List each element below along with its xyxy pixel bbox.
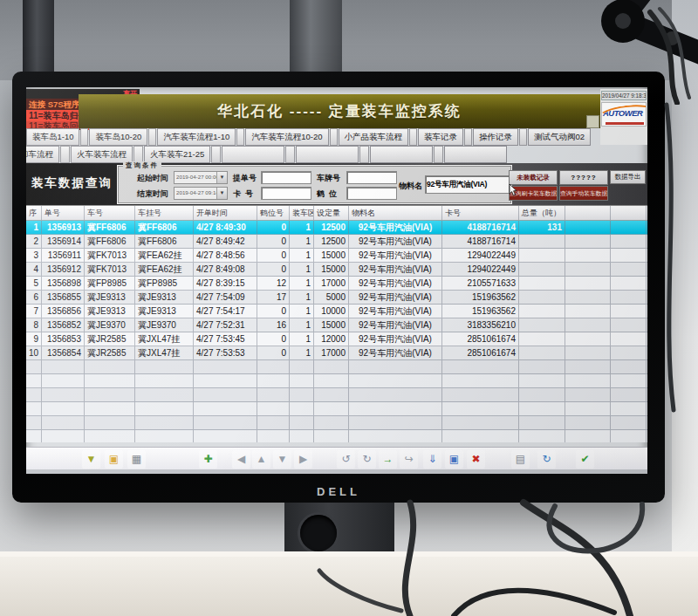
insert-row-icon[interactable]: → bbox=[379, 450, 397, 469]
print-preview-icon[interactable]: ▤ bbox=[511, 450, 530, 469]
table-empty-cell bbox=[42, 430, 85, 442]
column-header[interactable]: 序 bbox=[26, 206, 42, 220]
table-row[interactable]: 11356913冀FF6806冀FF68064/27 8:49:30011250… bbox=[26, 221, 647, 235]
post-edit-icon[interactable]: ↪ bbox=[400, 450, 418, 469]
plate-no-input[interactable] bbox=[346, 171, 397, 184]
tab-spacer-button[interactable] bbox=[211, 146, 221, 163]
tab-spacer-button[interactable] bbox=[330, 128, 338, 146]
table-row[interactable]: 31356911冀FK7013冀FEA62挂4/27 8:48:56011500… bbox=[26, 249, 647, 263]
table-row[interactable]: 61356855冀JE9313冀JE93134/27 7:54:09171500… bbox=[26, 291, 647, 305]
save-icon[interactable]: ⇓ bbox=[423, 450, 441, 469]
add-record-icon[interactable]: ✚ bbox=[199, 450, 217, 469]
table-cell: 冀JXL47挂 bbox=[135, 332, 194, 346]
table-row[interactable]: 41356912冀FK7013冀FEA62挂4/27 8:49:08011500… bbox=[26, 263, 647, 277]
tab-button[interactable]: 汽车装车流程10-20 bbox=[245, 128, 328, 146]
table-row[interactable]: 91356853冀JR2585冀JXL47挂4/27 7:53:45011200… bbox=[26, 332, 647, 346]
table-empty-cell bbox=[349, 388, 442, 401]
tab-spacer-button[interactable] bbox=[133, 146, 143, 163]
query-manual-data-button[interactable]: 查询手动装车数据 bbox=[559, 186, 608, 201]
table-cell bbox=[565, 263, 611, 276]
table-empty-cell bbox=[349, 430, 442, 442]
table-cell: 1356913 bbox=[42, 221, 85, 234]
card-no-input[interactable] bbox=[261, 187, 311, 200]
tab-button-blank[interactable] bbox=[222, 146, 284, 163]
titlebar-widget[interactable] bbox=[586, 115, 599, 128]
column-header[interactable]: 总量（吨） bbox=[519, 206, 565, 220]
chart-icon[interactable]: ▦ bbox=[127, 450, 146, 469]
tab-spacer-button[interactable] bbox=[236, 128, 244, 146]
unknown-button[interactable]: ????? bbox=[559, 170, 608, 185]
unloaded-records-button[interactable]: 未装载记录 bbox=[509, 170, 558, 185]
column-header[interactable]: 卡号 bbox=[442, 206, 519, 220]
table-row[interactable]: 81356852冀JE9370冀JE93704/27 7:52:31161150… bbox=[26, 318, 647, 332]
tab-spacer-button[interactable] bbox=[80, 128, 88, 146]
tab-spacer-button[interactable] bbox=[359, 146, 369, 163]
first-record-icon[interactable]: ◀ bbox=[232, 450, 250, 469]
tab-button[interactable]: 甲醇乙醇卸车流程 bbox=[26, 146, 59, 163]
tab-button[interactable]: 装车岛10-20 bbox=[89, 128, 147, 146]
column-header[interactable]: 车号 bbox=[85, 206, 135, 220]
save-all-icon[interactable]: ▣ bbox=[445, 450, 463, 469]
tab-spacer-button[interactable] bbox=[519, 128, 527, 146]
refresh-icon[interactable]: ↻ bbox=[537, 450, 556, 469]
tab-spacer-button[interactable] bbox=[148, 128, 156, 146]
tab-button[interactable]: 小产品装车流程 bbox=[339, 128, 409, 146]
material-combo[interactable]: 92号车用汽油(VIA) bbox=[425, 175, 510, 194]
bill-no-input[interactable] bbox=[261, 171, 311, 184]
tab-button[interactable]: 汽车装车流程1-10 bbox=[157, 128, 236, 146]
table-cell: 冀FEA62挂 bbox=[135, 263, 194, 276]
tab-spacer-button[interactable] bbox=[285, 146, 295, 163]
column-header[interactable]: 开单时间 bbox=[194, 206, 257, 220]
chevron-down-icon[interactable]: ▼ bbox=[216, 188, 227, 199]
table-empty-cell bbox=[42, 402, 85, 415]
tab-button-blank[interactable] bbox=[296, 146, 359, 163]
filter-icon[interactable]: ▼ bbox=[82, 450, 100, 469]
table-empty-cell bbox=[135, 374, 194, 387]
tab-button[interactable]: 火车装车流程 bbox=[71, 146, 133, 163]
table-empty-cell bbox=[257, 388, 290, 401]
column-header[interactable]: 鹤位号 bbox=[257, 206, 290, 220]
prior-record-icon[interactable]: ▲ bbox=[252, 450, 270, 469]
start-time-picker[interactable]: 2019-04-27 00:00:00 ▼ bbox=[174, 171, 228, 184]
redo-icon[interactable]: ↻ bbox=[358, 450, 376, 469]
table-row[interactable]: 71356856冀JE9313冀JE93134/27 7:54:17011000… bbox=[26, 305, 647, 318]
next-record-icon[interactable]: ▼ bbox=[273, 450, 291, 469]
tab-button[interactable]: 测试气动阀02 bbox=[528, 128, 591, 146]
column-header[interactable]: 设定量 bbox=[314, 206, 349, 220]
tab-button[interactable]: 操作记录 bbox=[473, 128, 518, 146]
folder-icon[interactable]: ▣ bbox=[105, 450, 123, 469]
last-record-icon[interactable]: ▶ bbox=[294, 450, 312, 469]
column-header[interactable]: 物料名 bbox=[349, 206, 442, 220]
confirm-audio-icon[interactable]: ✔ bbox=[576, 450, 594, 469]
tab-spacer-button[interactable] bbox=[60, 146, 70, 163]
tab-button[interactable]: 火车装车21-25 bbox=[144, 146, 210, 163]
column-header[interactable]: 装车区 bbox=[290, 206, 314, 220]
table-cell: 冀FP8985 bbox=[85, 277, 135, 290]
table-row[interactable]: 51356898冀FP8985冀FP89854/27 8:39:15121170… bbox=[26, 277, 647, 291]
column-header[interactable] bbox=[565, 206, 611, 220]
delete-icon[interactable]: ✖ bbox=[467, 450, 485, 469]
app-title-bar: 华北石化 ----- 定量装车监控系统 bbox=[79, 94, 600, 128]
column-header[interactable]: 单号 bbox=[42, 206, 85, 220]
table-row[interactable]: 101356854冀JR2585冀JXL47挂4/27 7:53:5301170… bbox=[26, 346, 647, 360]
export-data-button[interactable]: 数据导出 bbox=[610, 170, 646, 184]
tab-spacer-button[interactable] bbox=[464, 128, 472, 146]
table-row[interactable]: 21356914冀FF6806冀FF68064/27 8:49:42011250… bbox=[26, 235, 647, 249]
table-empty-cell bbox=[611, 374, 647, 387]
column-header[interactable]: 车挂号 bbox=[135, 206, 194, 220]
tab-button-blank[interactable] bbox=[370, 146, 433, 163]
table-cell bbox=[519, 305, 565, 318]
table-empty-cell bbox=[349, 402, 442, 415]
tab-spacer-button[interactable] bbox=[434, 146, 443, 163]
table-empty-cell bbox=[26, 388, 42, 401]
undo-icon[interactable]: ↺ bbox=[337, 450, 355, 469]
chevron-down-icon[interactable]: ▼ bbox=[216, 172, 227, 183]
end-time-picker[interactable]: 2019-04-27 09:14:50 ▼ bbox=[174, 187, 228, 200]
tab-spacer-button[interactable] bbox=[409, 128, 417, 146]
crane-pos-input[interactable] bbox=[346, 187, 397, 200]
column-header[interactable] bbox=[611, 206, 647, 220]
tab-button[interactable]: 装车岛1-10 bbox=[26, 128, 79, 146]
tab-button-blank[interactable] bbox=[444, 146, 507, 163]
table-cell: 4/27 8:39:15 bbox=[194, 277, 257, 290]
tab-button[interactable]: 装车记录 bbox=[418, 128, 463, 146]
